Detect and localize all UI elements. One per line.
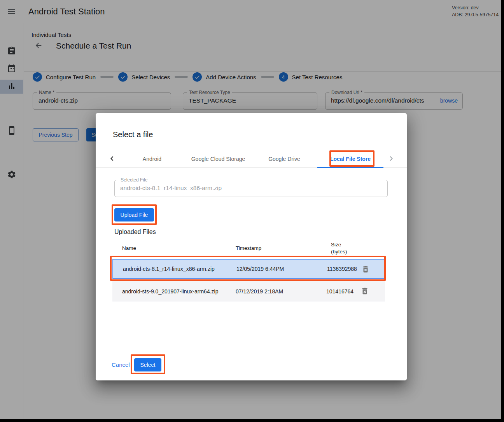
- file-name: android-sts-9.0_201907-linux-arm64.zip: [122, 281, 218, 302]
- column-header-name: Name: [122, 245, 136, 252]
- column-header-size-line2: (bytes): [331, 248, 347, 255]
- file-row[interactable]: android-sts-9.0_201907-linux-arm64.zip 0…: [112, 281, 385, 302]
- file-name: android-cts-8.1_r14-linux_x86-arm.zip: [123, 260, 215, 278]
- file-timestamp: 12/05/2019 6:44PM: [236, 260, 284, 278]
- selected-file-label: Selected File: [119, 177, 149, 183]
- file-size: 101416764: [326, 281, 356, 302]
- dialog-tab-bar: Android Google Cloud Storage Google Driv…: [96, 150, 407, 168]
- column-header-size: Size (bytes): [331, 241, 347, 255]
- cancel-button[interactable]: Cancel: [112, 358, 130, 371]
- selected-file-value: android-cts-8.1_r14-linux_x86-arm.zip: [120, 185, 381, 192]
- select-button[interactable]: Select: [134, 358, 161, 371]
- column-header-timestamp: Timestamp: [236, 245, 261, 252]
- delete-file-icon[interactable]: [361, 265, 370, 274]
- uploaded-files-title: Uploaded Files: [114, 228, 156, 235]
- selected-file-field[interactable]: Selected File android-cts-8.1_r14-linux_…: [114, 180, 388, 197]
- tab-android[interactable]: Android: [119, 150, 185, 168]
- upload-file-button[interactable]: Upload File: [114, 208, 154, 221]
- delete-file-icon[interactable]: [360, 287, 369, 295]
- tabs-scroll-left-icon[interactable]: [107, 154, 117, 163]
- dialog-tabs: Android Google Cloud Storage Google Driv…: [119, 150, 383, 168]
- file-timestamp: 07/12/2019 2:18AM: [236, 281, 283, 302]
- tab-google-drive[interactable]: Google Drive: [251, 150, 317, 168]
- select-file-dialog: Select a file Android Google Cloud Stora…: [96, 113, 407, 380]
- app-window: Android Test Station Version: dev ADB: 2…: [0, 0, 504, 422]
- tab-google-cloud-storage[interactable]: Google Cloud Storage: [185, 150, 251, 168]
- tabs-scroll-right-icon[interactable]: [387, 154, 396, 163]
- file-size: 1136392988: [327, 260, 357, 278]
- column-header-size-line1: Size: [331, 241, 347, 248]
- dialog-title: Select a file: [113, 130, 153, 139]
- file-row-selected[interactable]: android-cts-8.1_r14-linux_x86-arm.zip 12…: [112, 259, 385, 279]
- tab-local-file-store[interactable]: Local File Store: [317, 150, 383, 168]
- active-tab-underline: [317, 167, 383, 168]
